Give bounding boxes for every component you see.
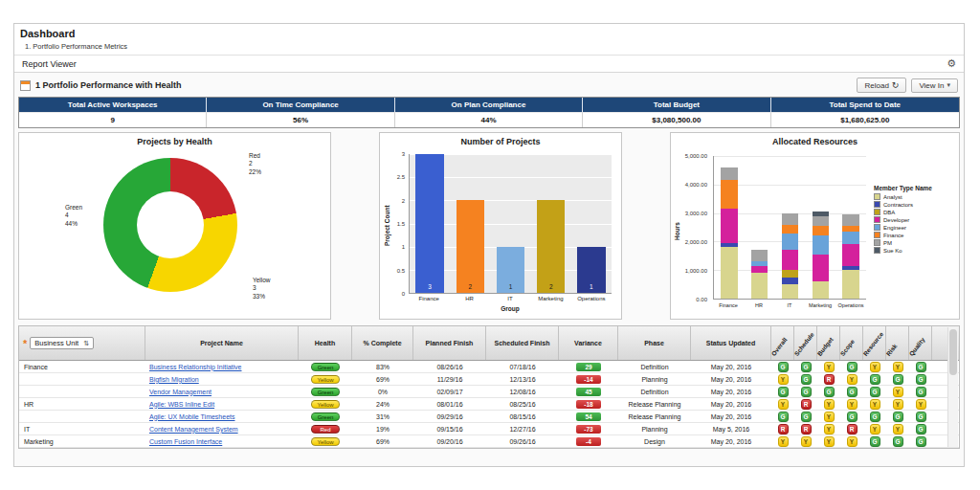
- number-of-projects-chart: Number of Projects Project Count 00.511.…: [379, 132, 622, 320]
- stack-bar-hr[interactable]: [751, 156, 768, 299]
- stack-segment-analyst: [842, 270, 858, 299]
- stack-bar-operations[interactable]: [842, 156, 858, 299]
- project-link[interactable]: Vendor Management: [149, 389, 212, 395]
- x-tick-label: Finance: [409, 296, 449, 301]
- column-header[interactable]: Health: [299, 326, 352, 360]
- gear-icon[interactable]: ⚙: [947, 57, 956, 70]
- stack-segment-engineer: [842, 232, 858, 244]
- bar-bars: 32121: [410, 154, 612, 293]
- status-indicator: Y: [893, 387, 903, 397]
- stack-bar-marketing[interactable]: [813, 156, 829, 299]
- view-in-button[interactable]: View In ▾: [911, 78, 958, 93]
- bar-hr[interactable]: 2: [457, 200, 485, 293]
- column-header[interactable]: Project Name: [145, 326, 299, 360]
- stack-segment-engineer: [782, 234, 798, 251]
- status-indicator: G: [893, 436, 903, 447]
- bar-finance[interactable]: 3: [415, 154, 444, 293]
- business-unit-cell: IT: [19, 423, 145, 434]
- x-tick-label: IT: [774, 302, 805, 308]
- project-link[interactable]: Agile: UX Mobile Timesheets: [149, 413, 234, 420]
- legend-swatch: [874, 193, 880, 200]
- health-cell: Green: [299, 361, 352, 372]
- column-header[interactable]: Status Updated: [691, 326, 771, 360]
- scheduled-finish-cell: 09/26/16: [486, 435, 559, 447]
- column-header-rotated[interactable]: Resource: [863, 326, 886, 360]
- business-unit-select[interactable]: Business Unit ⇅: [30, 337, 94, 349]
- x-tick-label: Marketing: [805, 302, 835, 308]
- bar-operations[interactable]: 1: [577, 247, 606, 293]
- stack-bar-it[interactable]: [782, 156, 798, 299]
- chart-title: Number of Projects: [380, 133, 621, 146]
- chart-title: Allocated Resources: [671, 133, 959, 146]
- column-header[interactable]: % Complete: [352, 326, 413, 360]
- report-viewer-bar: Report Viewer ⚙: [14, 56, 964, 73]
- project-link[interactable]: Agile: WBS Inline Edit: [149, 401, 214, 408]
- bar-value-label: 2: [537, 283, 566, 290]
- project-name-cell: Custom Fusion Interface: [145, 435, 299, 447]
- breadcrumb[interactable]: 1. Portfolio Performance Metrics: [25, 42, 958, 51]
- projects-by-health-chart: Projects by Health Red 2 22% Green 4 44%: [18, 132, 331, 320]
- column-header-rotated[interactable]: Risk: [886, 326, 909, 360]
- indicator-cell: R: [771, 423, 794, 434]
- stack-segment-analyst: [721, 247, 737, 299]
- allocated-resources-chart: Allocated Resources Hours 0.001,000.002,…: [670, 132, 960, 320]
- scheduled-finish-cell: 07/18/16: [486, 361, 559, 372]
- planned-finish-cell: 09/20/16: [413, 435, 486, 447]
- column-header-rotated[interactable]: Scope: [840, 326, 863, 360]
- phase-cell: Design: [618, 435, 691, 447]
- status-indicator: G: [870, 436, 880, 447]
- indicator-cell: G: [863, 386, 886, 397]
- indicator-cell: Y: [886, 398, 909, 410]
- column-header[interactable]: Variance: [559, 326, 618, 360]
- reload-button[interactable]: Reload ↻: [857, 78, 906, 93]
- column-header-rotated[interactable]: Quality: [909, 326, 932, 360]
- column-header[interactable]: Scheduled Finish: [486, 326, 559, 360]
- status-indicator: Y: [824, 412, 835, 422]
- business-unit-cell: [19, 411, 145, 422]
- status-indicator: R: [847, 424, 858, 434]
- indicator-cell: G: [840, 361, 863, 372]
- variance-cell: -18: [559, 398, 618, 410]
- health-badge: Green: [311, 412, 340, 421]
- status-indicator: G: [778, 412, 789, 422]
- status-indicator: Y: [778, 436, 789, 447]
- y-tick-label: 3: [402, 151, 405, 157]
- column-header-rotated[interactable]: Budget: [817, 326, 840, 360]
- planned-finish-cell: 09/15/16: [413, 423, 486, 434]
- project-link[interactable]: Custom Fusion Interface: [149, 438, 222, 445]
- status-indicator: Y: [916, 399, 926, 410]
- column-header-rotated[interactable]: Overall: [771, 326, 794, 360]
- indicator-cell: Y: [886, 361, 909, 372]
- column-header-rotated[interactable]: Schedule: [794, 326, 817, 360]
- project-link[interactable]: Content Management System: [149, 426, 238, 433]
- scrollbar-thumb[interactable]: [949, 329, 957, 375]
- status-indicator: G: [893, 412, 903, 422]
- column-header[interactable]: Phase: [618, 326, 691, 360]
- project-link[interactable]: Bigfish Migration: [149, 376, 199, 383]
- bar-yaxis: 00.511.522.53: [384, 154, 407, 294]
- planned-finish-cell: 08/26/16: [413, 361, 486, 372]
- bar-marketing[interactable]: 2: [537, 200, 566, 293]
- status-updated-cell: May 5, 2016: [691, 423, 771, 434]
- stack-segment-pm: [782, 213, 798, 225]
- kpi-value: $1,680,625.00: [771, 112, 959, 127]
- column-header[interactable]: Planned Finish: [413, 326, 486, 360]
- indicator-cell: G: [909, 361, 932, 372]
- report-content: 1 Portfolio Performance with Health Relo…: [14, 73, 964, 466]
- report-titlebar: 1 Portfolio Performance with Health Relo…: [18, 75, 960, 96]
- stack-segment-contractors: [782, 278, 798, 284]
- status-indicator: G: [824, 387, 835, 397]
- health-badge: Yellow: [311, 375, 340, 384]
- page-title: Dashboard: [20, 28, 958, 39]
- indicator-cell: Y: [863, 398, 886, 410]
- indicator-cell: Y: [817, 435, 840, 447]
- scheduled-finish-cell: 12/08/16: [486, 386, 559, 397]
- table-scrollbar[interactable]: [947, 327, 958, 447]
- status-indicator: Y: [870, 424, 880, 434]
- stack-bar-finance[interactable]: [721, 156, 737, 299]
- business-unit-cell: Marketing: [19, 435, 145, 447]
- project-link[interactable]: Business Relationship Initiative: [149, 364, 242, 370]
- bar-it[interactable]: 1: [497, 247, 525, 293]
- status-indicator: G: [847, 412, 858, 422]
- business-unit-cell: [19, 373, 145, 385]
